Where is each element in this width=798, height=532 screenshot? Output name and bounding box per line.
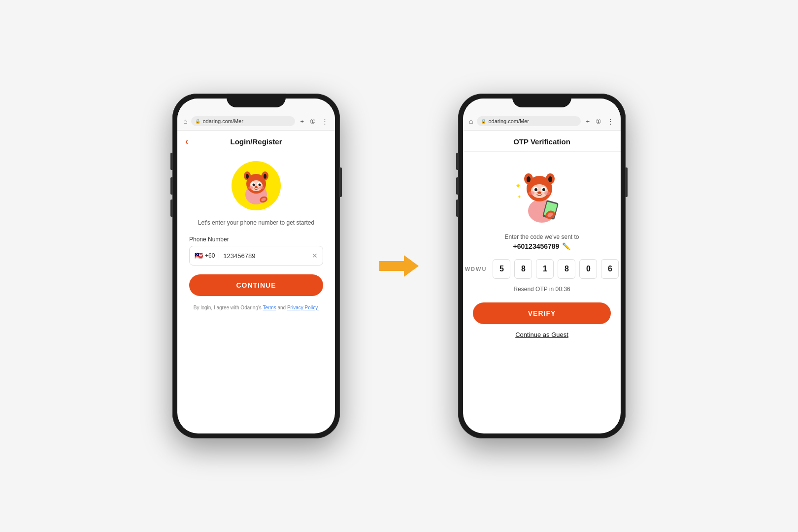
back-button[interactable]: ‹ [185, 136, 188, 147]
guest-button[interactable]: Continue as Guest [515, 331, 568, 338]
otp-box-4[interactable]: 8 [558, 259, 575, 279]
next-arrow [379, 255, 419, 277]
svg-point-30 [542, 188, 545, 191]
terms-prefix: By login, I agree with Odaring's [194, 305, 263, 310]
scene: ⌂ 🔒 odaring.com/Mer + ① ⋮ ‹ Login/Regist… [172, 94, 626, 438]
otp-box-5[interactable]: 0 [579, 259, 597, 279]
svg-point-10 [259, 184, 261, 186]
terms-link[interactable]: Terms [263, 305, 276, 310]
arrow-head [404, 255, 419, 277]
menu-btn-1[interactable]: ⋮ [321, 118, 329, 125]
tab-count-btn-2[interactable]: ① [595, 118, 602, 125]
url-text-2: odaring.com/Mer [488, 118, 529, 124]
otp-box-1[interactable]: 5 [493, 259, 510, 279]
svg-point-22 [531, 184, 548, 198]
svg-text:✦: ✦ [517, 194, 521, 200]
login-body: Let's enter your phone number to get sta… [177, 151, 335, 321]
login-title: Login/Register [185, 137, 327, 146]
lock-icon-2: 🔒 [481, 119, 486, 124]
continue-button[interactable]: CONTINUE [189, 274, 323, 296]
resend-text: Resend OTP in 00:36 [513, 286, 570, 293]
tab-count-btn[interactable]: ① [309, 118, 317, 125]
otp-mascot-svg: ✦ ✦ [510, 162, 574, 226]
mascot-circle [232, 161, 281, 210]
svg-point-13 [259, 186, 264, 189]
notch-2 [512, 94, 571, 107]
svg-point-29 [534, 188, 537, 191]
svg-point-9 [253, 184, 255, 186]
svg-point-6 [264, 174, 266, 179]
home-icon[interactable]: ⌂ [183, 117, 187, 125]
flag-icon: 🇲🇾 [195, 252, 203, 260]
phone-number-input[interactable]: 123456789 [223, 252, 312, 260]
otp-row: WDWU 5 8 1 8 0 6 [465, 259, 619, 279]
otp-box-2[interactable]: 8 [514, 259, 532, 279]
new-tab-btn-2[interactable]: + [585, 118, 591, 125]
edit-icon[interactable]: ✏️ [562, 242, 570, 250]
otp-page: OTP Verification ✦ ✦ [463, 131, 621, 433]
new-tab-btn[interactable]: + [299, 118, 305, 125]
otp-phone-row: +60123456789 ✏️ [513, 242, 571, 250]
svg-text:✦: ✦ [515, 182, 521, 190]
address-bar-2[interactable]: 🔒 odaring.com/Mer [477, 116, 581, 126]
svg-point-5 [246, 174, 249, 179]
otp-desc: Enter the code we've sent to [504, 233, 579, 240]
verify-button[interactable]: VERIFY [473, 302, 611, 324]
otp-header: OTP Verification [463, 131, 621, 152]
svg-point-11 [255, 186, 258, 188]
otp-phone-number: +60123456789 [513, 242, 560, 250]
phone-otp: ⌂ 🔒 odaring.com/Mer + ① ⋮ OTP Verificati… [458, 94, 626, 438]
login-page: ‹ Login/Register [177, 131, 335, 433]
otp-body: ✦ ✦ [463, 152, 621, 348]
svg-point-26 [548, 176, 552, 182]
url-text-1: odaring.com/Mer [202, 118, 243, 124]
country-code: +60 [205, 252, 215, 259]
svg-point-25 [527, 176, 531, 182]
otp-box-3[interactable]: 1 [536, 259, 554, 279]
mascot-svg [236, 166, 276, 205]
home-icon-2[interactable]: ⌂ [469, 117, 473, 125]
svg-point-31 [537, 192, 541, 194]
lock-icon: 🔒 [195, 119, 200, 124]
arrow-body [379, 261, 404, 271]
otp-title: OTP Verification [513, 137, 570, 146]
svg-point-32 [529, 191, 534, 195]
terms-and: and [276, 305, 287, 310]
phone-input-row[interactable]: 🇲🇾 +60 123456789 ✕ [189, 246, 323, 266]
terms-text: By login, I agree with Odaring's Terms a… [194, 304, 319, 311]
otp-mascot-container: ✦ ✦ [510, 162, 574, 226]
svg-point-33 [544, 191, 550, 195]
phone-login: ⌂ 🔒 odaring.com/Mer + ① ⋮ ‹ Login/Regist… [172, 94, 340, 438]
subtitle: Let's enter your phone number to get sta… [198, 219, 314, 226]
menu-btn-2[interactable]: ⋮ [606, 118, 615, 125]
field-label: Phone Number [189, 236, 229, 243]
clear-button[interactable]: ✕ [312, 252, 318, 260]
otp-word-label: WDWU [465, 266, 487, 272]
address-bar-1[interactable]: 🔒 odaring.com/Mer [191, 116, 295, 126]
flag-code: 🇲🇾 +60 [195, 252, 219, 260]
arrow-container [379, 255, 419, 277]
notch-1 [227, 94, 286, 107]
privacy-link[interactable]: Privacy Policy. [287, 305, 319, 310]
otp-box-6[interactable]: 6 [601, 259, 619, 279]
login-header: ‹ Login/Register [177, 131, 335, 151]
svg-point-12 [248, 186, 253, 189]
